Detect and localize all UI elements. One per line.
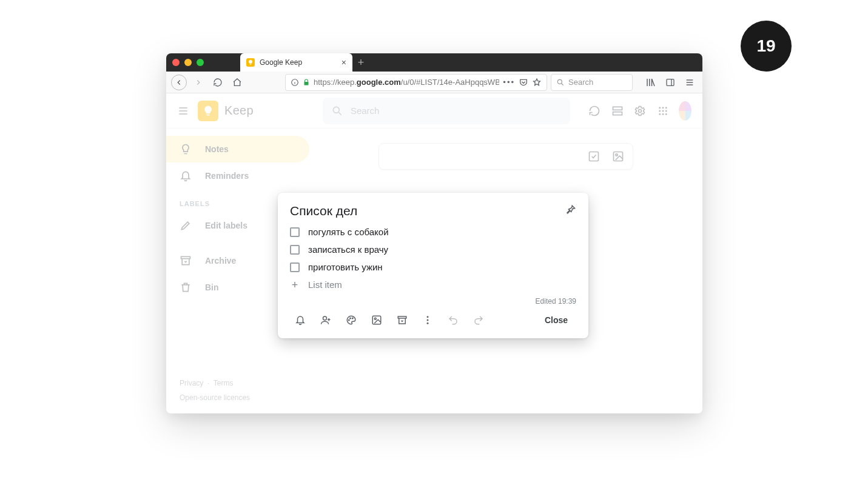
browser-search-placeholder: Search <box>568 78 593 87</box>
svg-rect-2 <box>667 79 674 85</box>
svg-rect-24 <box>372 316 381 324</box>
library-icon[interactable] <box>643 75 659 90</box>
add-list-item-label: List item <box>308 279 342 290</box>
url-bar[interactable]: https://keep.google.com/u/0/#LIST/14e-Aa… <box>285 74 547 91</box>
archive-button[interactable] <box>389 309 415 331</box>
checklist-item[interactable]: приготовить ужин <box>286 258 580 276</box>
window-controls <box>172 59 204 66</box>
checklist-item-text[interactable]: приготовить ужин <box>308 262 383 272</box>
tab-close-icon[interactable]: × <box>341 58 346 67</box>
checklist-item-text[interactable]: погулять с собакой <box>308 227 389 237</box>
browser-tab[interactable]: Google Keep × <box>240 53 352 72</box>
undo-button[interactable] <box>440 309 466 331</box>
svg-point-23 <box>352 318 354 319</box>
checkbox-icon[interactable] <box>290 245 300 255</box>
browser-toolbar: https://keep.google.com/u/0/#LIST/14e-Aa… <box>166 72 702 93</box>
lock-icon <box>303 79 310 86</box>
pocket-icon[interactable] <box>519 78 528 87</box>
checkbox-icon[interactable] <box>290 262 300 272</box>
new-tab-button[interactable]: + <box>352 56 369 69</box>
add-image-button[interactable] <box>364 309 389 331</box>
note-dialog: Список дел погулять с собакой записаться… <box>278 193 588 338</box>
svg-point-21 <box>349 319 350 321</box>
svg-point-20 <box>323 316 327 320</box>
color-button[interactable] <box>338 309 364 331</box>
window-close-button[interactable] <box>172 59 180 66</box>
url-text: https://keep.google.com/u/0/#LIST/14e-Aa… <box>314 78 499 87</box>
svg-point-1 <box>557 79 562 84</box>
pin-button[interactable] <box>564 204 576 216</box>
note-title-input[interactable]: Список дел <box>290 204 564 218</box>
tab-title: Google Keep <box>260 58 337 67</box>
edited-timestamp: Edited 19:39 <box>286 293 580 307</box>
checklist-item[interactable]: погулять с собакой <box>286 223 580 241</box>
close-button[interactable]: Close <box>534 310 579 330</box>
home-button[interactable] <box>229 75 245 90</box>
svg-point-28 <box>427 319 429 321</box>
search-icon <box>556 78 565 87</box>
svg-point-29 <box>427 323 429 324</box>
redo-button[interactable] <box>466 309 491 331</box>
star-icon[interactable] <box>532 78 542 87</box>
collaborator-button[interactable] <box>313 309 338 331</box>
browser-window: Google Keep × + https://keep.google.com/… <box>166 53 702 413</box>
svg-point-25 <box>374 318 376 319</box>
browser-search-bar[interactable]: Search <box>551 74 633 91</box>
meatballs-icon[interactable]: ••• <box>503 78 515 87</box>
checkbox-icon[interactable] <box>290 227 300 237</box>
window-minimize-button[interactable] <box>184 59 192 66</box>
window-zoom-button[interactable] <box>197 59 204 66</box>
reload-button[interactable] <box>210 75 226 90</box>
reminder-button[interactable] <box>288 309 313 331</box>
browser-titlebar: Google Keep × + <box>166 53 702 72</box>
info-icon <box>291 78 299 87</box>
svg-rect-26 <box>398 316 406 318</box>
step-badge: 19 <box>741 21 792 72</box>
checklist-item[interactable]: записаться к врачу <box>286 241 580 258</box>
keep-app: Keep Search Notes Reminders <box>166 93 702 413</box>
checklist-item-text[interactable]: записаться к врачу <box>308 244 388 255</box>
browser-menu-icon[interactable] <box>682 75 698 90</box>
add-list-item[interactable]: + List item <box>286 276 580 293</box>
sidebar-icon[interactable] <box>662 75 678 90</box>
keep-favicon-icon <box>246 58 255 67</box>
svg-point-27 <box>427 316 429 318</box>
more-button[interactable] <box>415 309 440 331</box>
back-button[interactable] <box>171 75 187 90</box>
plus-icon: + <box>290 280 300 290</box>
note-toolbar: Close <box>286 307 580 333</box>
forward-button[interactable] <box>190 75 206 90</box>
svg-point-22 <box>350 318 351 319</box>
